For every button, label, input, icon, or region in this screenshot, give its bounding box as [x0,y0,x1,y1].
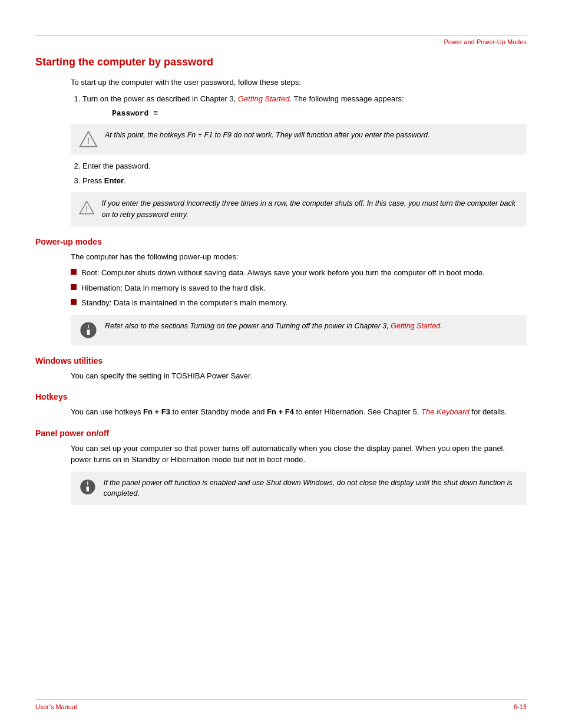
info-link-power-up[interactable]: Getting Started [391,322,440,330]
info-icon-2: i [79,477,97,496]
svg-rect-9 [87,486,89,491]
hotkey-fn-f3: Fn + F3 [143,407,170,416]
section-title-hotkeys: Hotkeys [35,392,527,401]
power-up-bullets: Boot: Computer shuts down without saving… [71,267,527,309]
svg-text:!: ! [87,136,90,146]
keyboard-link[interactable]: The Keyboard [421,407,470,416]
footer-content: User’s Manual 6-13 [35,703,527,710]
bullet-icon-3 [71,299,77,305]
footer-left: User’s Manual [35,703,77,710]
footer-area: User’s Manual 6-13 [35,699,527,710]
header-rule [35,35,527,36]
bullet-icon-1 [71,269,77,275]
info-icon-1: i [79,321,98,340]
section-title-windows-utilities: Windows utilities [35,356,527,365]
intro-text: To start up the computer with the user p… [71,77,527,88]
footer-right: 6-13 [514,703,527,710]
hotkeys-body: You can use hotkeys Fn + F3 to enter Sta… [71,406,527,418]
svg-text:i: i [88,322,90,329]
step-1: Turn on the power as described in Chapte… [82,93,527,105]
info-box-power-up: i Refer also to the sections Turning on … [71,315,527,345]
step3-bold: Enter [104,176,124,185]
warning-box-1: ! At this point, the hotkeys Fn + F1 to … [71,124,527,154]
section-title-power-up-modes: Power-up modes [35,237,527,246]
warning-icon-1: ! [79,130,98,149]
svg-text:i: i [87,480,89,486]
warning-box-2: ! If you enter the password incorrectly … [71,192,527,226]
section-title-panel-power: Panel power on/off [35,429,527,438]
svg-rect-6 [87,330,90,335]
step1-link[interactable]: Getting Started [238,94,289,103]
page-container: Power and Power-Up Modes Starting the co… [0,0,562,728]
windows-utilities-body: You can specify the setting in TOSHIBA P… [71,370,527,382]
bullet-standby: Standby: Data is maintained in the compu… [71,297,527,309]
warning-icon-2: ! [79,198,95,217]
step-3: Press Enter. [82,175,527,187]
step2-text: Enter the password. [82,162,151,170]
info-text-power-up: Refer also to the sections Turning on th… [105,321,442,332]
bullet-icon-2 [71,284,77,290]
page-title: Starting the computer by password [35,56,527,68]
warning-text-1: At this point, the hotkeys Fn + F1 to F9… [105,130,429,141]
step-2: Enter the password. [82,160,527,172]
hotkey-fn-f4: Fn + F4 [267,407,294,416]
info-box-panel-power: i If the panel power off function is ena… [71,472,527,506]
numbered-steps: Turn on the power as described in Chapte… [71,93,527,105]
footer-rule [35,699,527,700]
content-area: Starting the computer by password To sta… [0,45,562,505]
info-text-panel-power: If the panel power off function is enabl… [104,477,518,500]
step1-text: Turn on the power as described in Chapte… [82,94,404,103]
steps-2-3: Enter the password. Press Enter. [71,160,527,186]
svg-text:!: ! [85,205,88,213]
password-prompt: Password = [112,109,527,118]
step3-text: Press Enter. [82,176,126,185]
bullet-boot: Boot: Computer shuts down without saving… [71,267,527,279]
panel-power-body: You can set up your computer so that pow… [71,443,527,466]
top-rule-area: Power and Power-Up Modes [0,0,562,45]
header-right-text: Power and Power-Up Modes [35,38,527,45]
warning-text-2: If you enter the password incorrectly th… [102,198,518,220]
bullet-hibernation: Hibernation: Data in memory is saved to … [71,282,527,294]
power-up-modes-body: The computer has the following power-up … [71,251,527,263]
